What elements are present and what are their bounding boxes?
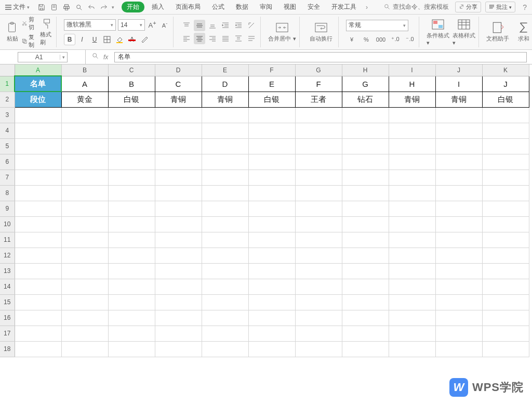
share-button[interactable]: 分享 [455, 2, 481, 12]
cell[interactable]: 青铜 [389, 92, 435, 107]
cell[interactable] [61, 294, 108, 310]
cell[interactable] [202, 310, 248, 326]
cell[interactable] [389, 107, 435, 123]
cell[interactable] [61, 107, 108, 123]
cell[interactable] [435, 310, 482, 326]
cell[interactable] [61, 123, 108, 138]
cell[interactable] [295, 138, 342, 154]
cell[interactable] [435, 279, 482, 294]
tab-page-layout[interactable]: 页面布局 [171, 1, 205, 13]
cell[interactable]: A [61, 76, 108, 92]
cell[interactable] [248, 310, 295, 326]
cell[interactable] [342, 279, 389, 294]
distribute-icon[interactable] [233, 33, 244, 44]
cell[interactable] [389, 279, 435, 294]
cell[interactable] [295, 216, 342, 232]
cell[interactable] [108, 123, 155, 138]
cell[interactable] [61, 263, 108, 279]
cell[interactable] [389, 341, 435, 357]
cell[interactable] [15, 294, 61, 310]
cell[interactable] [108, 326, 155, 341]
cell[interactable] [15, 232, 61, 248]
cell[interactable] [155, 310, 202, 326]
cell[interactable] [342, 138, 389, 154]
cell[interactable] [342, 341, 389, 357]
cell[interactable] [389, 170, 435, 185]
row-header[interactable]: 3 [0, 107, 15, 123]
cell[interactable] [435, 185, 482, 201]
cell[interactable] [15, 201, 61, 216]
cell[interactable] [482, 310, 529, 326]
cell[interactable] [108, 107, 155, 123]
cell[interactable] [482, 341, 529, 357]
cell[interactable] [482, 170, 529, 185]
row-header[interactable]: 1 [0, 76, 15, 92]
cell[interactable] [155, 326, 202, 341]
cell[interactable] [435, 248, 482, 263]
column-header[interactable]: G [295, 64, 342, 76]
cell[interactable] [61, 326, 108, 341]
cell[interactable] [295, 326, 342, 341]
tab-devtools[interactable]: 开发工具 [327, 1, 361, 13]
cell[interactable] [108, 154, 155, 170]
select-all-corner[interactable] [0, 64, 15, 76]
column-header[interactable]: F [248, 64, 295, 76]
cell[interactable] [435, 263, 482, 279]
name-box[interactable]: A1 ▾ [18, 52, 68, 62]
cell[interactable]: 白银 [482, 92, 529, 107]
tab-security[interactable]: 安全 [303, 1, 324, 13]
cell[interactable] [342, 294, 389, 310]
cell[interactable] [435, 107, 482, 123]
cell[interactable] [248, 170, 295, 185]
cell[interactable] [155, 263, 202, 279]
cell[interactable] [342, 216, 389, 232]
cell[interactable] [108, 201, 155, 216]
orientation-icon[interactable] [246, 20, 257, 31]
cell[interactable] [482, 326, 529, 341]
cell[interactable] [482, 138, 529, 154]
cell[interactable] [482, 216, 529, 232]
cell[interactable] [248, 154, 295, 170]
wrap-text-button[interactable]: 自动换行 [307, 21, 335, 43]
cell[interactable] [15, 263, 61, 279]
cell[interactable] [435, 341, 482, 357]
cell[interactable] [61, 310, 108, 326]
decrease-font-icon[interactable]: A- [159, 20, 170, 30]
cell[interactable] [389, 248, 435, 263]
cell[interactable] [155, 279, 202, 294]
cell[interactable]: H [389, 76, 435, 92]
cell[interactable] [482, 123, 529, 138]
cell[interactable] [61, 185, 108, 201]
column-header[interactable]: K [482, 64, 529, 76]
cell[interactable] [108, 170, 155, 185]
cell[interactable] [15, 154, 61, 170]
cell[interactable] [202, 154, 248, 170]
merge-center-button[interactable]: 合并居中 ▾ [268, 21, 296, 43]
indent-increase-icon[interactable] [233, 20, 244, 31]
cell[interactable] [295, 263, 342, 279]
cell[interactable] [389, 294, 435, 310]
cell[interactable] [108, 310, 155, 326]
cell[interactable] [202, 216, 248, 232]
cell[interactable] [15, 248, 61, 263]
cell[interactable] [295, 154, 342, 170]
cell[interactable] [295, 201, 342, 216]
cell[interactable] [435, 138, 482, 154]
file-menu[interactable]: 文件 ▾ [2, 2, 33, 12]
cell[interactable] [482, 185, 529, 201]
cell[interactable] [202, 138, 248, 154]
tab-formula[interactable]: 公式 [208, 1, 229, 13]
comma-icon[interactable]: 000 [375, 34, 387, 45]
cell[interactable] [248, 294, 295, 310]
cell[interactable] [155, 294, 202, 310]
cell[interactable]: 青铜 [202, 92, 248, 107]
zoom-icon[interactable] [92, 53, 99, 61]
cell[interactable]: 白银 [248, 92, 295, 107]
font-color-button[interactable]: A [126, 34, 138, 45]
cell[interactable] [155, 154, 202, 170]
comment-button[interactable]: 批注 ▾ [485, 2, 515, 12]
cell[interactable] [15, 341, 61, 357]
row-header[interactable]: 18 [0, 341, 15, 357]
cell[interactable] [248, 263, 295, 279]
align-right-icon[interactable] [207, 33, 218, 44]
